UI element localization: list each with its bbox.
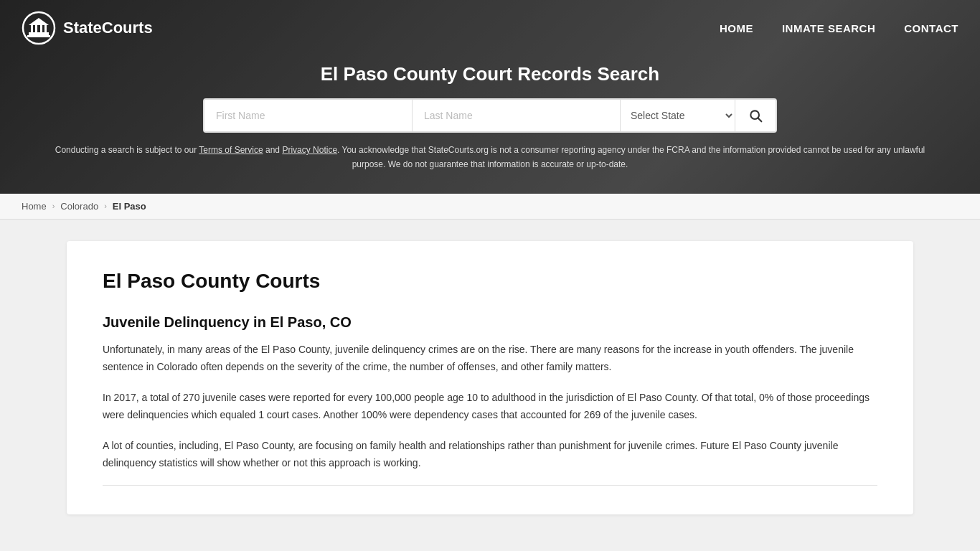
logo-text: StateCourts <box>63 19 153 37</box>
svg-rect-4 <box>31 25 33 32</box>
main-wrapper: El Paso County Courts Juvenile Delinquen… <box>0 220 980 536</box>
disclaimer-text: Conducting a search is subject to our Te… <box>0 143 980 179</box>
search-icon <box>748 108 763 123</box>
content-section1-p1: Unfortunately, in many areas of the El P… <box>103 341 877 376</box>
nav-links: HOME INMATE SEARCH CONTACT <box>720 22 958 34</box>
content-card: El Paso County Courts Juvenile Delinquen… <box>67 241 913 514</box>
page-title: El Paso County Court Records Search <box>14 63 966 85</box>
breadcrumb: Home › Colorado › El Paso <box>0 194 980 220</box>
logo-icon <box>22 11 56 45</box>
content-section1-p3: A lot of counties, including, El Paso Co… <box>103 437 877 472</box>
search-button[interactable] <box>735 100 776 131</box>
breadcrumb-sep-2: › <box>104 202 107 210</box>
first-name-input[interactable] <box>204 100 413 131</box>
search-bar: Select State AlabamaAlaskaArizona Arkans… <box>203 98 777 133</box>
last-name-input[interactable] <box>413 100 621 131</box>
site-logo[interactable]: StateCourts <box>22 11 153 45</box>
section-divider <box>103 485 877 486</box>
content-main-heading: El Paso County Courts <box>103 270 877 293</box>
svg-rect-5 <box>35 25 37 32</box>
disclaimer-middle: and <box>263 145 283 155</box>
disclaimer-before: Conducting a search is subject to our <box>55 145 199 155</box>
content-section1-p2: In 2017, a total of 270 juvenile cases w… <box>103 389 877 424</box>
nav-contact[interactable]: CONTACT <box>904 22 958 34</box>
search-bar-wrapper: Select State AlabamaAlaskaArizona Arkans… <box>0 98 980 143</box>
svg-line-10 <box>758 118 762 122</box>
svg-rect-6 <box>40 25 42 32</box>
privacy-link[interactable]: Privacy Notice <box>282 145 337 155</box>
nav-inmate-search[interactable]: INMATE SEARCH <box>782 22 875 34</box>
breadcrumb-state[interactable]: Colorado <box>60 201 98 212</box>
disclaimer-after: . You acknowledge that StateCourts.org i… <box>337 145 925 169</box>
breadcrumb-home[interactable]: Home <box>22 201 47 212</box>
breadcrumb-county: El Paso <box>113 201 146 212</box>
svg-rect-7 <box>44 25 47 32</box>
content-section1-heading: Juvenile Delinquency in El Paso, CO <box>103 314 877 331</box>
hero-section: StateCourts HOME INMATE SEARCH CONTACT E… <box>0 0 980 194</box>
nav-home[interactable]: HOME <box>720 22 753 34</box>
svg-marker-8 <box>29 18 49 25</box>
page-title-section: El Paso County Court Records Search <box>0 56 980 98</box>
tos-link[interactable]: Terms of Service <box>199 145 263 155</box>
navbar: StateCourts HOME INMATE SEARCH CONTACT <box>0 0 980 56</box>
breadcrumb-sep-1: › <box>52 202 55 210</box>
svg-point-0 <box>23 12 55 44</box>
state-select[interactable]: Select State AlabamaAlaskaArizona Arkans… <box>621 100 735 131</box>
svg-rect-1 <box>29 32 49 35</box>
svg-rect-2 <box>27 35 50 37</box>
